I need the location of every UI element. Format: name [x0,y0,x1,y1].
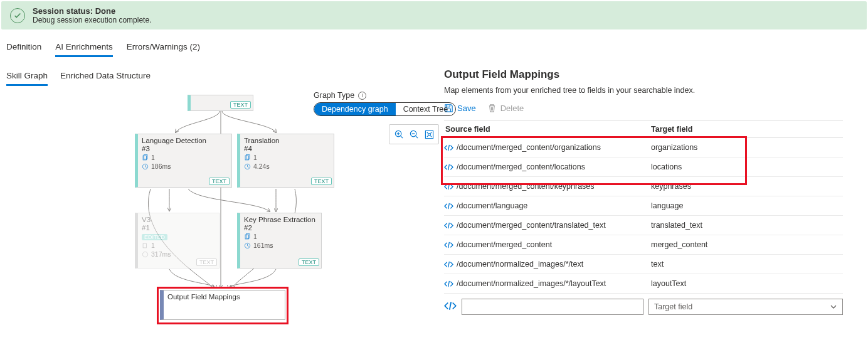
copy-icon [142,242,149,249]
table-row[interactable]: /document/normalized_images/*/layoutText… [444,274,843,294]
new-target-select[interactable]: Target field [648,299,843,315]
graph-node-translation[interactable]: Translation #4 1 4.24s TEXT [237,134,334,188]
header-target-field: Target field [651,125,843,134]
clock-icon [244,163,251,170]
banner-subtitle: Debug session execution complete. [33,16,151,24]
new-mapping-row: Target field [444,294,843,320]
field-mappings-table: Source field Target field /document/merg… [444,120,843,320]
text-badge: TEXT [299,258,319,266]
table-row[interactable]: /document/language language [444,196,843,216]
table-row[interactable]: /document/merged_content/translated_text… [444,216,843,235]
clock-icon [142,251,149,258]
graph-type-label: Graph Type [314,91,354,100]
primary-tabs: Definition AI Enrichments Errors/Warning… [0,36,868,57]
text-badge: TEXT [311,178,332,185]
svg-rect-6 [143,243,147,248]
delete-button: Delete [487,104,524,113]
code-icon [444,241,457,249]
secondary-tabs: Skill Graph Enriched Data Structure [6,68,431,86]
header-source-field: Source field [444,125,651,134]
graph-node-key-phrase-extraction[interactable]: Key Phrase Extraction #2 1 161ms TEXT [237,213,322,269]
tab-errors-warnings[interactable]: Errors/Warnings (2) [127,40,200,57]
clock-icon [244,242,251,249]
panel-title: Output Field Mappings [444,68,843,81]
text-badge: TEXT [196,258,217,266]
copy-icon [142,154,149,161]
graph-type-controls: Graph Type i Dependency graph Context Tr… [314,91,456,116]
code-icon [444,183,457,191]
clock-icon [142,163,149,170]
graph-node-output-field-mappings[interactable]: Output Field Mappings [160,290,285,320]
toggle-dependency-graph[interactable]: Dependency graph [314,103,396,115]
table-row[interactable]: /document/normalized_images/*/text text [444,255,843,274]
code-icon [444,221,457,230]
code-icon [444,301,457,312]
edited-badge: EDITED [142,234,167,240]
code-icon [444,144,457,152]
graph-type-toggle: Dependency graph Context Tree [314,102,456,116]
tab-skill-graph[interactable]: Skill Graph [6,68,48,86]
table-row[interactable]: /document/merged_content merged_content [444,235,843,255]
banner-title: Session status: Done [33,6,151,16]
code-icon [444,202,457,210]
copy-icon [244,154,251,161]
zoom-out-button[interactable] [407,127,421,141]
table-row[interactable]: /document/merged_content/organizations o… [444,138,843,157]
graph-node-root[interactable]: TEXT [188,95,253,111]
svg-rect-13 [425,131,433,138]
info-icon[interactable]: i [358,92,366,100]
text-badge: TEXT [230,101,251,109]
chevron-down-icon [830,303,837,311]
zoom-in-button[interactable] [392,127,406,141]
check-icon [10,8,25,23]
graph-node-v3[interactable]: V3 #1 EDITED 1 317ms TEXT [135,213,220,269]
code-icon [444,260,457,269]
trash-icon [487,104,497,113]
tab-definition[interactable]: Definition [6,40,41,57]
session-status-banner: Session status: Done Debug session execu… [1,1,867,29]
code-icon [444,163,457,171]
fit-view-button[interactable] [422,127,436,141]
copy-icon [244,233,251,240]
svg-point-7 [142,252,147,257]
graph-node-language-detection[interactable]: Language Detection #3 1 186ms TEXT [135,134,232,188]
tab-enriched-data-structure[interactable]: Enriched Data Structure [60,68,151,86]
svg-point-14 [428,133,430,136]
panel-description: Map elements from your enriched tree to … [444,86,843,95]
tab-ai-enrichments[interactable]: AI Enrichments [55,40,113,57]
graph-toolbar [389,124,439,144]
text-badge: TEXT [209,178,230,185]
new-source-input[interactable] [462,299,643,315]
toggle-context-tree[interactable]: Context Tree [396,103,456,115]
table-row[interactable]: /document/merged_content/keyphrases keyp… [444,177,843,196]
table-row[interactable]: /document/merged_content/locations locat… [444,157,843,177]
code-icon [444,280,457,288]
skill-graph-canvas[interactable]: TEXT Language Detection #3 1 186ms TEXT … [6,95,420,357]
